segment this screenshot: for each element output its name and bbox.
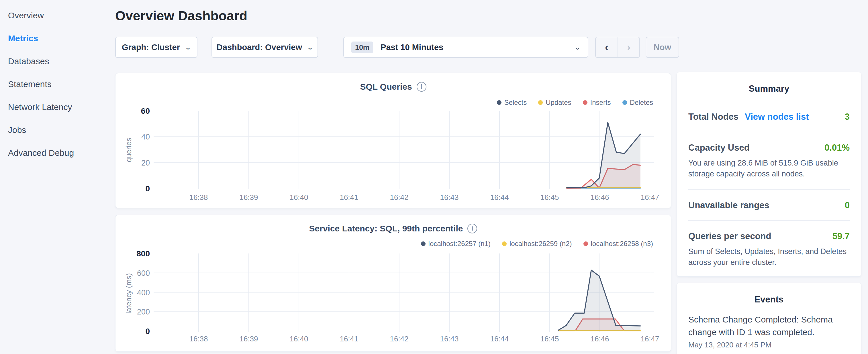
time-step-buttons: ‹ › bbox=[595, 37, 640, 58]
dashboard-controls: Graph: Cluster ⌄ Dashboard: Overview ⌄ 1… bbox=[115, 37, 688, 58]
unavailable-ranges-value: 0 bbox=[845, 200, 850, 211]
sidebar-item-databases[interactable]: Databases bbox=[0, 50, 115, 73]
svg-text:16:44: 16:44 bbox=[490, 334, 509, 343]
capacity-used-value: 0.01% bbox=[825, 142, 850, 153]
svg-text:16:46: 16:46 bbox=[590, 193, 609, 202]
svg-text:16:43: 16:43 bbox=[440, 193, 459, 202]
summary-row-unavailable-ranges: Unavailable ranges 0 bbox=[688, 190, 850, 221]
svg-text:0: 0 bbox=[145, 184, 150, 193]
service-latency-chart[interactable]: 16:3816:3916:4016:4116:4216:4316:4416:45… bbox=[116, 215, 671, 351]
svg-text:16:45: 16:45 bbox=[540, 334, 559, 343]
svg-text:0: 0 bbox=[145, 327, 150, 336]
summary-row-capacity: Capacity Used 0.01% You are using 28.6 M… bbox=[688, 132, 850, 190]
sidebar-item-overview[interactable]: Overview bbox=[0, 4, 115, 27]
svg-text:20: 20 bbox=[141, 159, 150, 167]
side-navigation: Overview Metrics Databases Statements Ne… bbox=[0, 0, 115, 354]
svg-text:16:39: 16:39 bbox=[239, 334, 258, 343]
svg-text:16:40: 16:40 bbox=[289, 193, 308, 202]
now-button[interactable]: Now bbox=[646, 37, 679, 58]
time-range-label: Past 10 Minutes bbox=[380, 43, 575, 52]
chevron-down-icon: ⌄ bbox=[307, 43, 314, 51]
sidebar-item-jobs[interactable]: Jobs bbox=[0, 119, 115, 141]
summary-panel: Summary Total Nodes View nodes list 3 Ca… bbox=[677, 72, 861, 277]
event-text: Schema Change Completed: Schema change w… bbox=[688, 313, 850, 338]
svg-text:16:44: 16:44 bbox=[490, 193, 509, 202]
svg-text:400: 400 bbox=[137, 288, 150, 297]
sql-queries-card: SQL Queries i SelectsUpdatesInsertsDelet… bbox=[115, 73, 671, 208]
time-step-back-button[interactable]: ‹ bbox=[596, 37, 618, 57]
svg-text:16:38: 16:38 bbox=[189, 193, 208, 202]
svg-text:60: 60 bbox=[141, 106, 150, 116]
sql-queries-chart[interactable]: 16:3816:3916:4016:4116:4216:4316:4416:45… bbox=[116, 73, 671, 208]
svg-text:16:38: 16:38 bbox=[189, 334, 208, 343]
qps-label: Queries per second bbox=[688, 231, 771, 242]
chevron-down-icon: ⌄ bbox=[184, 43, 191, 51]
svg-text:800: 800 bbox=[136, 249, 150, 258]
svg-text:16:45: 16:45 bbox=[540, 193, 559, 202]
capacity-used-label: Capacity Used bbox=[688, 142, 750, 153]
event-list-item: Schema Change Completed: Schema change w… bbox=[688, 313, 850, 349]
sidebar-item-statements[interactable]: Statements bbox=[0, 73, 115, 96]
qps-subtext: Sum of Selects, Updates, Inserts, and De… bbox=[688, 246, 850, 268]
svg-text:16:42: 16:42 bbox=[390, 193, 408, 202]
svg-text:16:41: 16:41 bbox=[340, 193, 358, 202]
svg-text:16:40: 16:40 bbox=[289, 334, 308, 343]
time-range-dropdown[interactable]: 10m Past 10 Minutes ⌄ bbox=[343, 37, 588, 58]
unavailable-ranges-label: Unavailable ranges bbox=[688, 200, 769, 211]
time-range-badge: 10m bbox=[351, 41, 373, 53]
summary-title: Summary bbox=[688, 84, 850, 94]
svg-text:16:39: 16:39 bbox=[239, 193, 258, 202]
view-nodes-list-link[interactable]: View nodes list bbox=[745, 112, 809, 122]
summary-row-qps: Queries per second 59.7 Sum of Selects, … bbox=[688, 221, 850, 279]
svg-text:200: 200 bbox=[137, 308, 150, 316]
events-title: Events bbox=[688, 294, 850, 305]
dashboard-select-label: Dashboard: Overview bbox=[217, 43, 302, 52]
svg-text:600: 600 bbox=[137, 269, 150, 278]
sidebar-item-metrics[interactable]: Metrics bbox=[0, 27, 115, 50]
graph-scope-label: Graph: Cluster bbox=[122, 43, 180, 52]
svg-text:16:43: 16:43 bbox=[440, 334, 459, 343]
chevron-down-icon: ⌄ bbox=[574, 43, 581, 51]
total-nodes-label: Total Nodes bbox=[688, 112, 739, 122]
svg-text:16:41: 16:41 bbox=[340, 334, 358, 343]
events-panel: Events Schema Change Completed: Schema c… bbox=[677, 283, 861, 354]
service-latency-card: Service Latency: SQL, 99th percentile i … bbox=[115, 215, 671, 352]
svg-text:16:46: 16:46 bbox=[590, 334, 609, 343]
capacity-used-subtext: You are using 28.6 MiB of 515.9 GiB usab… bbox=[688, 158, 850, 180]
total-nodes-value: 3 bbox=[845, 112, 850, 122]
event-timestamp: May 13, 2020 at 4:45 PM bbox=[688, 341, 850, 349]
summary-row-total-nodes: Total Nodes View nodes list 3 bbox=[688, 101, 850, 132]
qps-value: 59.7 bbox=[833, 231, 850, 242]
time-step-forward-button[interactable]: › bbox=[618, 37, 639, 57]
page-title: Overview Dashboard bbox=[115, 8, 247, 24]
sidebar-item-advanced-debug[interactable]: Advanced Debug bbox=[0, 141, 115, 164]
sidebar-item-network-latency[interactable]: Network Latency bbox=[0, 96, 115, 119]
svg-text:16:47: 16:47 bbox=[641, 193, 659, 202]
graph-scope-dropdown[interactable]: Graph: Cluster ⌄ bbox=[115, 37, 197, 58]
svg-text:40: 40 bbox=[141, 133, 150, 141]
dashboard-select-dropdown[interactable]: Dashboard: Overview ⌄ bbox=[212, 37, 318, 58]
svg-text:16:47: 16:47 bbox=[641, 334, 659, 343]
svg-text:16:42: 16:42 bbox=[390, 334, 408, 343]
